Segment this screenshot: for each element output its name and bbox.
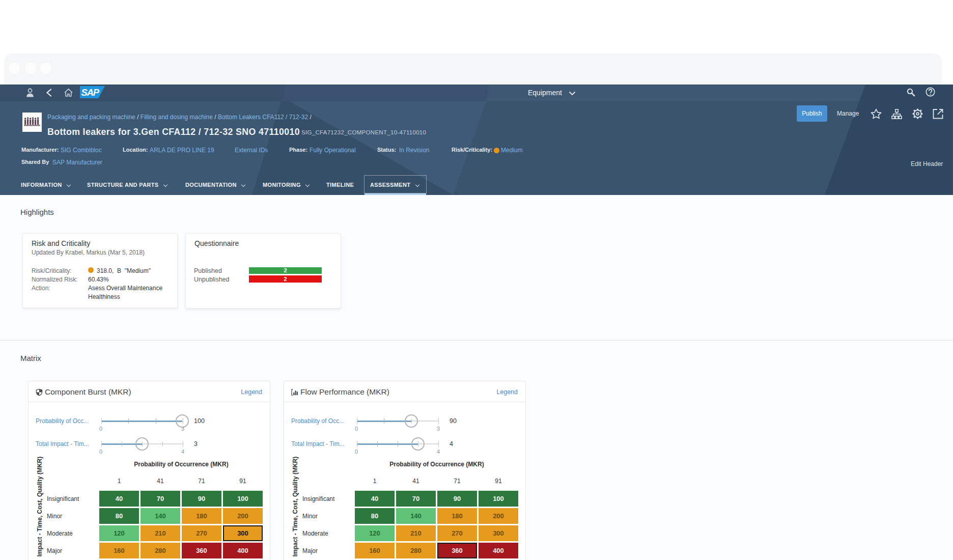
svg-text:SAP: SAP [81, 87, 100, 98]
